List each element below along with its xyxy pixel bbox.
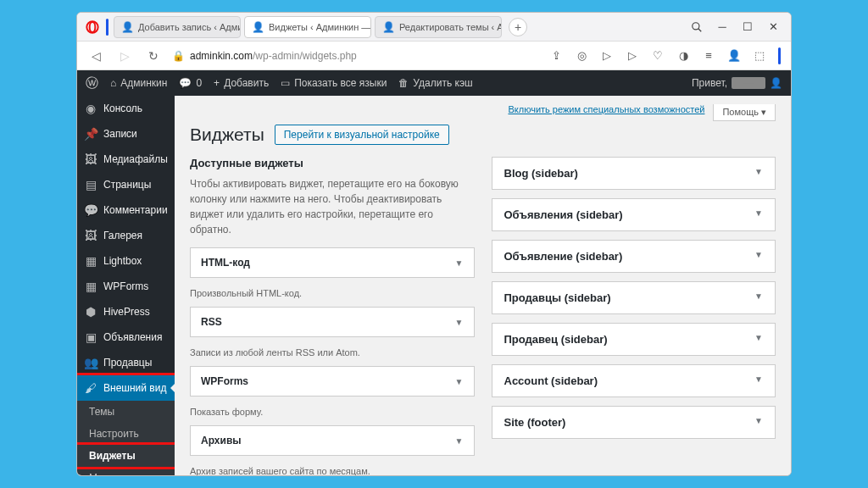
- submenu-Виджеты[interactable]: Виджеты: [77, 445, 175, 467]
- toggle-icon[interactable]: ◑: [675, 47, 692, 64]
- play-icon[interactable]: ▷: [624, 47, 641, 64]
- menu-label: Страницы: [103, 179, 151, 191]
- menu-HivePress[interactable]: ⬢HivePress: [77, 299, 175, 324]
- user-greeting[interactable]: Привет, — 👤: [692, 77, 782, 89]
- sidebar-areas-col: Blog (sidebar)▼Объявления (sidebar)▼Объя…: [492, 157, 776, 475]
- main-content: Включить режим специальных возможностей …: [175, 96, 791, 475]
- visual-editor-button[interactable]: Перейти к визуальной настройке: [275, 125, 449, 145]
- area-Продавец (sidebar)[interactable]: Продавец (sidebar)▼: [492, 323, 776, 356]
- menu-label: Медиафайлы: [103, 153, 168, 165]
- area-Account (sidebar)[interactable]: Account (sidebar)▼: [492, 364, 776, 397]
- new-tab-button[interactable]: +: [509, 18, 527, 36]
- minimize-button[interactable]: ─: [711, 16, 733, 38]
- url-domain: adminkin.com: [190, 50, 253, 62]
- tab-label: Виджеты ‹ Админкин —: [269, 22, 370, 32]
- site-name[interactable]: ⌂ Админкин: [110, 77, 167, 89]
- chevron-down-icon: ▼: [455, 377, 464, 386]
- back-button[interactable]: ◁: [86, 46, 106, 66]
- camera-icon[interactable]: ◎: [573, 47, 590, 64]
- tab-0[interactable]: 👤Добавить запись ‹ Адми: [114, 16, 241, 38]
- show-langs[interactable]: ▭ Показать все языки: [281, 77, 387, 89]
- wp-logo[interactable]: ⓦ: [86, 75, 98, 92]
- submenu-Меню[interactable]: Меню: [77, 467, 175, 475]
- menu-Страницы[interactable]: ▤Страницы: [77, 172, 175, 197]
- close-button[interactable]: ✕: [762, 16, 784, 38]
- available-desc: Чтобы активировать виджет, перетащите ег…: [190, 176, 475, 237]
- chevron-down-icon: ▼: [455, 258, 464, 268]
- menu-icon: 🖼: [84, 229, 97, 242]
- submenu-Темы[interactable]: Темы: [77, 401, 175, 423]
- search-icon[interactable]: [686, 16, 708, 38]
- menu-WPForms[interactable]: ▦WPForms: [77, 274, 175, 299]
- svg-point-1: [90, 22, 96, 32]
- reload-button[interactable]: ↻: [143, 46, 164, 66]
- menu-icon: 🖼: [84, 152, 97, 166]
- area-title: Продавец (sidebar): [504, 333, 608, 346]
- menu-label: Консоль: [103, 103, 142, 114]
- area-title: Продавцы (sidebar): [504, 291, 611, 304]
- menu-Медиафайлы[interactable]: 🖼Медиафайлы: [77, 147, 175, 172]
- menu-icon: 💬: [84, 203, 97, 217]
- menu-Консоль[interactable]: ◉Консоль: [77, 96, 175, 121]
- widget-HTML-код[interactable]: HTML-код▼: [190, 247, 475, 278]
- address-bar: ◁ ▷ ↻ 🔒 adminkin.com/wp-admin/widgets.ph…: [77, 42, 791, 70]
- ext-icon[interactable]: ⬚: [751, 47, 768, 64]
- widget-desc: Показать форму.: [190, 403, 475, 425]
- opera-icon[interactable]: [84, 19, 101, 36]
- forward-button[interactable]: ▷: [114, 46, 135, 66]
- menu-icon: ▤: [84, 178, 97, 191]
- available-heading: Доступные виджеты: [190, 157, 475, 169]
- tab-1[interactable]: 👤Виджеты ‹ Админкин —: [244, 16, 371, 38]
- widget-desc: Произвольный HTML-код.: [190, 285, 475, 307]
- widget-title: HTML-код: [201, 257, 250, 269]
- area-Продавцы (sidebar)[interactable]: Продавцы (sidebar)▼: [492, 281, 776, 314]
- area-Объявление (sidebar)[interactable]: Объявление (sidebar)▼: [492, 240, 776, 273]
- person-icon: 👤: [252, 21, 264, 33]
- svg-point-0: [86, 21, 97, 32]
- area-Site (footer)[interactable]: Site (footer)▼: [492, 406, 776, 439]
- chevron-down-icon: ▼: [754, 250, 763, 263]
- menu-label: Продавцы: [103, 357, 152, 369]
- tab-label: Добавить запись ‹ Адми: [138, 22, 241, 32]
- widget-title: RSS: [201, 316, 222, 328]
- profile-icon[interactable]: 👤: [726, 47, 743, 64]
- chevron-down-icon: ▼: [455, 436, 464, 446]
- menu-Внешний вид[interactable]: 🖌Внешний вид: [77, 375, 175, 401]
- url-field[interactable]: 🔒 adminkin.com/wp-admin/widgets.php: [172, 50, 539, 62]
- menu-Lightbox[interactable]: ▦Lightbox: [77, 248, 175, 274]
- maximize-button[interactable]: ☐: [737, 16, 759, 38]
- a11y-link[interactable]: Включить режим специальных возможностей: [508, 104, 704, 121]
- chevron-down-icon: ▼: [754, 291, 763, 304]
- menu-Объявления[interactable]: ▣Объявления: [77, 324, 175, 350]
- menu-Записи[interactable]: 📌Записи: [77, 121, 175, 147]
- widget-RSS[interactable]: RSS▼: [190, 307, 475, 337]
- menu-Галерея[interactable]: 🖼Галерея: [77, 223, 175, 248]
- menu-icon: ◉: [84, 102, 97, 115]
- area-title: Account (sidebar): [504, 374, 598, 387]
- menu-Комментарии[interactable]: 💬Комментарии: [77, 197, 175, 223]
- page-title: Виджеты: [190, 125, 264, 145]
- heart-icon[interactable]: ♡: [649, 47, 666, 64]
- tab-2[interactable]: 👤Редактировать темы ‹ А: [375, 16, 502, 38]
- bookmark-icon[interactable]: ▷: [598, 47, 615, 64]
- menu-icon[interactable]: ≡: [700, 47, 717, 64]
- area-Объявления (sidebar)[interactable]: Объявления (sidebar)▼: [492, 198, 776, 231]
- tab-label: Редактировать темы ‹ А: [399, 22, 502, 32]
- chevron-down-icon: ▼: [754, 416, 763, 429]
- menu-Продавцы[interactable]: 👥Продавцы: [77, 350, 175, 375]
- clear-cache[interactable]: 🗑 Удалить кэш: [398, 77, 472, 89]
- share-icon[interactable]: ⇪: [548, 47, 565, 64]
- widget-title: WPForms: [201, 375, 248, 387]
- widget-Архивы[interactable]: Архивы▼: [190, 425, 475, 456]
- add-new[interactable]: + Добавить: [214, 77, 269, 89]
- menu-icon: 📌: [84, 127, 97, 141]
- widget-WPForms[interactable]: WPForms▼: [190, 366, 475, 396]
- comments-count[interactable]: 💬 0: [179, 77, 202, 89]
- sidebar-toggle[interactable]: [106, 19, 108, 36]
- menu-icon: ▦: [84, 254, 97, 268]
- menu-icon: 👥: [84, 356, 97, 369]
- right-toggle[interactable]: [778, 47, 781, 64]
- area-Blog (sidebar)[interactable]: Blog (sidebar)▼: [492, 157, 776, 190]
- menu-icon: ▦: [84, 280, 97, 293]
- help-tab[interactable]: Помощь ▾: [713, 104, 776, 121]
